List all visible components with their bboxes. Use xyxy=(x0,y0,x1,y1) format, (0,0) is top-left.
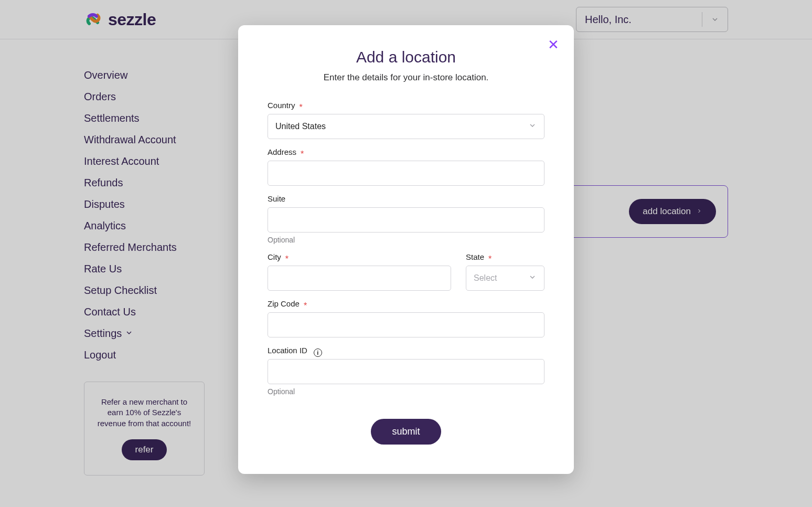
country-select-value: United States xyxy=(275,122,326,131)
modal-overlay[interactable]: ✕ Add a location Enter the details for y… xyxy=(0,0,812,507)
location-id-hint: Optional xyxy=(268,387,544,396)
chevron-down-icon xyxy=(528,273,537,283)
close-icon[interactable]: ✕ xyxy=(548,38,559,51)
submit-button[interactable]: submit xyxy=(371,419,441,445)
suite-hint: Optional xyxy=(268,236,544,244)
modal-title: Add a location xyxy=(268,48,544,66)
location-id-label: Location ID xyxy=(268,346,307,355)
chevron-down-icon xyxy=(528,121,537,132)
address-label: Address xyxy=(268,147,296,156)
add-location-modal: ✕ Add a location Enter the details for y… xyxy=(238,25,574,474)
required-asterisk: * xyxy=(301,150,304,159)
state-select-placeholder: Select xyxy=(474,273,497,283)
zip-label: Zip Code xyxy=(268,299,300,308)
required-asterisk: * xyxy=(488,255,492,264)
location-id-input[interactable] xyxy=(268,359,544,384)
suite-input[interactable] xyxy=(268,207,544,233)
required-asterisk: * xyxy=(304,301,307,311)
country-label: Country xyxy=(268,101,295,110)
address-input[interactable] xyxy=(268,161,544,186)
required-asterisk: * xyxy=(285,255,289,264)
state-label: State xyxy=(466,252,484,261)
country-select[interactable]: United States xyxy=(268,114,544,139)
info-icon[interactable]: i xyxy=(314,348,322,357)
zip-input[interactable] xyxy=(268,312,544,337)
suite-label: Suite xyxy=(268,194,285,203)
modal-subtitle: Enter the details for your in-store loca… xyxy=(268,72,544,83)
city-label: City xyxy=(268,252,281,261)
required-asterisk: * xyxy=(300,103,303,112)
state-select[interactable]: Select xyxy=(466,266,544,291)
city-input[interactable] xyxy=(268,266,451,291)
